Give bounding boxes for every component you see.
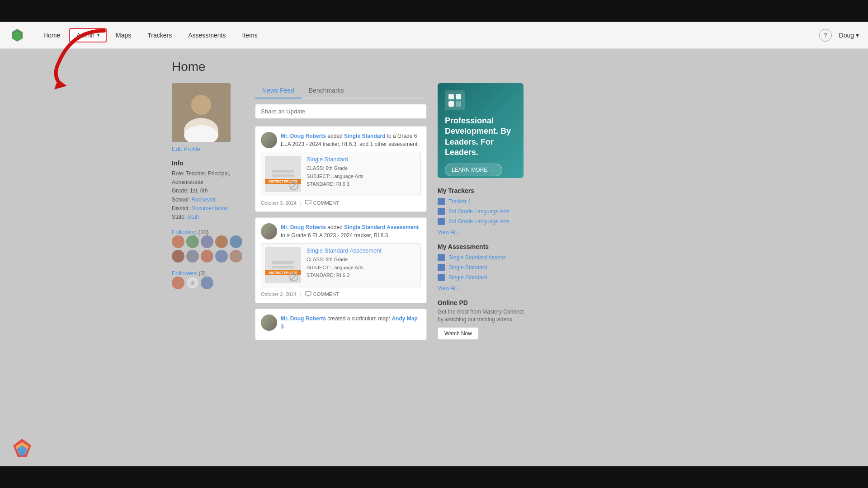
help-button[interactable]: ?: [819, 29, 832, 42]
district-link[interactable]: Documentation: [191, 205, 228, 211]
feed-panel: News Feed Benchmarks Mr. Doug Roberts ad…: [255, 83, 427, 347]
tracker-link[interactable]: 3rd Grade Language Arts: [448, 218, 509, 225]
page-title: Home: [172, 60, 850, 74]
share-input[interactable]: [255, 104, 427, 119]
watch-now-button[interactable]: Watch Now: [438, 327, 479, 340]
tracker-item: 3rd Grade Language Arts: [438, 208, 528, 215]
feed-item-text: Mr. Doug Roberts added Single Standard A…: [281, 223, 421, 239]
feed-user-link[interactable]: Mr. Doug Roberts: [281, 315, 326, 322]
svg-rect-9: [456, 94, 461, 99]
promo-logo: [445, 90, 516, 112]
profile-role: Role: Teacher, Principal, Administrator: [172, 169, 244, 187]
nav-assessments[interactable]: Assessments: [181, 28, 233, 42]
content-area: Home Edit Profile: [0, 49, 868, 358]
follower-avatar: [215, 235, 228, 248]
assessment-link[interactable]: Single Standard: [448, 264, 487, 271]
tracker-link[interactable]: Tracker 1: [448, 198, 471, 205]
home-layout: Edit Profile Info Role: Teacher, Princip…: [172, 83, 850, 347]
profile-panel: Edit Profile Info Role: Teacher, Princip…: [172, 83, 244, 347]
my-trackers-title: My Trackers: [438, 187, 528, 194]
feed-item-link[interactable]: Single Standard Assessment: [344, 224, 419, 230]
assessment-icon: [438, 264, 445, 271]
my-assessments-section: My Assessments Single Standard Assess Si…: [438, 243, 528, 292]
follower-avatar-placeholder: ⊕: [186, 277, 199, 289]
follower-avatar: [230, 235, 242, 248]
online-pd-text: Get the most from Mastery Connect by wat…: [438, 308, 528, 324]
feed-user-avatar: [261, 132, 277, 148]
main-wrapper: Home Edit Profile: [0, 49, 868, 358]
info-section: Info Role: Teacher, Principal, Administr…: [172, 160, 244, 221]
tab-news-feed[interactable]: News Feed: [255, 83, 302, 99]
tab-benchmarks[interactable]: Benchmarks: [302, 83, 351, 99]
promo-card: Professional Development. By Leaders. Fo…: [438, 83, 524, 178]
tracker-icon: [438, 208, 445, 215]
user-chevron-icon: ▾: [856, 32, 859, 39]
nav-items[interactable]: Items: [235, 28, 264, 42]
feed-item-header: Mr. Doug Roberts added Single Standard A…: [261, 223, 421, 239]
svg-rect-7: [445, 90, 465, 110]
school-link[interactable]: Roosevelt: [191, 197, 215, 203]
feed-card-subject: SUBJECT: Language Arts: [307, 264, 417, 272]
follower-avatar: [201, 250, 213, 263]
promo-title: Professional Development. By Leaders. Fo…: [445, 116, 516, 158]
feed-footer: October 3, 2024 | COMMENT: [261, 200, 421, 206]
feed-item: Mr. Doug Roberts added Single Standard t…: [255, 126, 427, 212]
user-menu-button[interactable]: Doug ▾: [839, 32, 859, 39]
tracker-icon: [438, 198, 445, 205]
comment-icon: [305, 291, 311, 297]
feed-date: October 2, 2024: [261, 291, 297, 297]
feed-user-link[interactable]: Mr. Doug Roberts: [281, 224, 326, 230]
profile-grade: Grade: 1st, 6th: [172, 187, 244, 195]
assessment-link[interactable]: Single Standard Assess: [448, 254, 506, 261]
assessment-icon: [438, 254, 445, 261]
feed-tabs: News Feed Benchmarks: [255, 83, 427, 99]
feed-card-standard: STANDARD: RI.6.3: [307, 180, 417, 188]
profile-school: School: Roosevelt: [172, 196, 244, 204]
comment-button[interactable]: COMMENT: [305, 291, 339, 297]
feed-card-info: Single Standard CLASS: 6th Grade SUBJECT…: [307, 156, 417, 192]
profile-avatar: [172, 83, 231, 142]
info-title: Info: [172, 160, 244, 167]
feed-card-thumbnail: DISTRICT PRIVATE: [265, 156, 301, 192]
trackers-view-all[interactable]: View All...: [438, 229, 461, 235]
no-symbol-icon: [289, 181, 298, 190]
assessment-link[interactable]: Single Standard: [448, 274, 487, 281]
nav-admin-button[interactable]: Admin ▾: [69, 28, 107, 42]
navbar: Home Admin ▾ Maps Trackers Assessments I…: [0, 22, 868, 49]
following-section: Following (10): [172, 229, 244, 263]
assessment-item: Single Standard: [438, 264, 528, 271]
follower-avatar: [215, 250, 228, 263]
following-title[interactable]: Following (10): [172, 229, 244, 235]
feed-user-link[interactable]: Mr. Doug Roberts: [281, 133, 326, 139]
svg-rect-8: [448, 94, 454, 99]
feed-card-class: CLASS: 6th Grade: [307, 256, 417, 264]
following-avatars: [172, 235, 244, 263]
arrow-right-icon: →: [490, 167, 495, 173]
assessments-view-all[interactable]: View All...: [438, 285, 461, 291]
profile-state: State: Utah: [172, 213, 244, 221]
followers-section: Followers (3) ⊕: [172, 270, 244, 289]
nav-trackers[interactable]: Trackers: [140, 28, 179, 42]
follower-avatar: [172, 235, 184, 248]
feed-card-title[interactable]: Single Standard Assessment: [307, 247, 417, 254]
nav-home[interactable]: Home: [36, 28, 67, 42]
feed-card-title[interactable]: Single Standard: [307, 156, 417, 163]
no-symbol-icon: [289, 272, 298, 282]
feed-item-link[interactable]: Single Standard: [344, 133, 385, 139]
feed-user-avatar: [261, 223, 277, 239]
tracker-link[interactable]: 3rd Grade Language Arts: [448, 208, 509, 215]
online-pd-title: Online PD: [438, 299, 528, 306]
comment-icon: [305, 200, 311, 206]
learn-more-button[interactable]: LEARN MORE →: [445, 164, 502, 176]
feed-item: Mr. Doug Roberts created a curriculum ma…: [255, 309, 427, 340]
assessment-item: Single Standard Assess: [438, 254, 528, 261]
feed-item-header: Mr. Doug Roberts added Single Standard t…: [261, 132, 421, 148]
state-link[interactable]: Utah: [188, 214, 199, 220]
bottom-bar: [0, 466, 868, 488]
nav-maps[interactable]: Maps: [108, 28, 138, 42]
followers-title[interactable]: Followers (3): [172, 270, 244, 277]
edit-profile-link[interactable]: Edit Profile: [172, 145, 244, 152]
comment-button[interactable]: COMMENT: [305, 200, 339, 206]
follower-avatar: [186, 235, 199, 248]
app-logo[interactable]: [9, 27, 25, 43]
